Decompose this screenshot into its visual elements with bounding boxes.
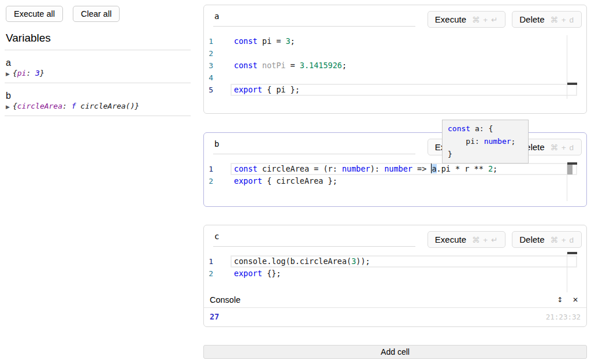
code-token: f bbox=[72, 102, 81, 110]
code-line[interactable]: 1const pi = 3; bbox=[204, 35, 586, 47]
code-token: { pi }; bbox=[262, 85, 300, 94]
code-token: pi = bbox=[262, 36, 286, 46]
code-token: number bbox=[342, 164, 370, 173]
code-line-content: console.log(b.circleArea(3)); bbox=[234, 255, 370, 268]
code-token: } bbox=[40, 69, 44, 77]
cell-title-input[interactable]: c bbox=[213, 230, 415, 247]
delete-label: Delete bbox=[519, 235, 544, 244]
code-token: const bbox=[234, 36, 262, 46]
tooltip-line: } bbox=[448, 148, 523, 161]
code-token: export bbox=[234, 85, 262, 94]
execute-all-button[interactable]: Execute all bbox=[6, 6, 63, 22]
divider bbox=[5, 50, 191, 50]
code-token: { circleArea }; bbox=[262, 176, 337, 185]
variables-list: a▶{pi: 3}b▶{circleArea: f circleArea()} bbox=[0, 58, 196, 116]
code-line[interactable]: 1const circleArea = (r: number): number … bbox=[204, 163, 586, 175]
code-editor[interactable]: 1const pi = 3;23const notPi = 3.1415926;… bbox=[204, 35, 586, 96]
code-line[interactable]: 3const notPi = 3.1415926; bbox=[204, 60, 586, 72]
code-line-content: export {}; bbox=[234, 268, 281, 280]
scrollbar-thumb[interactable] bbox=[567, 165, 573, 174]
code-line-content: export { pi }; bbox=[234, 84, 300, 96]
resize-console-icon[interactable]: ↕ bbox=[557, 296, 563, 304]
code-token: .pi * r ** bbox=[437, 164, 488, 173]
execute-cell-button[interactable]: Execute⌘ + ↵ bbox=[428, 231, 505, 248]
variable-value-preview: {pi: 3} bbox=[13, 69, 44, 77]
variables-sidebar: Execute all Clear all Variables a▶{pi: 3… bbox=[0, 0, 196, 116]
code-line-content: const notPi = 3.1415926; bbox=[234, 60, 347, 72]
cell-b: bExecute⌘ + ↵Delete⌘ + d1const circleAre… bbox=[203, 132, 587, 207]
code-token: : bbox=[62, 102, 72, 110]
line-number: 1 bbox=[204, 255, 213, 268]
console-output-value: 27 bbox=[210, 312, 219, 321]
code-token: } bbox=[135, 102, 139, 110]
code-token: export bbox=[234, 269, 262, 278]
tooltip-line: const a: { bbox=[448, 122, 523, 135]
line-number: 2 bbox=[204, 175, 213, 187]
code-line[interactable]: 2export {}; bbox=[204, 268, 586, 280]
cell-title-input[interactable]: b bbox=[213, 138, 415, 154]
code-line-content: export { circleArea }; bbox=[234, 175, 337, 187]
code-token: a: { bbox=[475, 124, 493, 133]
code-token: console.log(b.circleArea( bbox=[234, 257, 351, 266]
console-panel: Console↕✕2721:23:32 bbox=[204, 292, 586, 326]
line-number: 1 bbox=[204, 35, 213, 47]
overview-ruler bbox=[567, 35, 567, 99]
cell-header: aExecute⌘ + ↵Delete⌘ + d bbox=[204, 5, 586, 29]
code-line[interactable]: 2export { circleArea }; bbox=[204, 175, 586, 187]
code-token: ; bbox=[291, 36, 295, 46]
overview-ruler bbox=[567, 252, 567, 292]
cell-c: cExecute⌘ + ↵Delete⌘ + d1console.log(b.c… bbox=[203, 225, 587, 327]
line-number: 2 bbox=[204, 47, 213, 60]
variable-name: a bbox=[6, 58, 196, 68]
code-token: const bbox=[234, 164, 262, 173]
clear-all-button[interactable]: Clear all bbox=[73, 6, 120, 22]
code-line[interactable]: 5export { pi }; bbox=[204, 84, 586, 96]
code-editor[interactable]: 1const circleArea = (r: number): number … bbox=[204, 163, 586, 187]
variable-name: b bbox=[6, 91, 196, 101]
code-token: 3 bbox=[285, 36, 290, 46]
code-token: => bbox=[412, 164, 432, 173]
variable-entry: b▶{circleArea: f circleArea()} bbox=[0, 91, 196, 116]
console-timestamp: 21:23:32 bbox=[546, 313, 581, 321]
delete-cell-button[interactable]: Delete⌘ + d bbox=[512, 231, 582, 248]
delete-cell-button[interactable]: Delete⌘ + d bbox=[512, 11, 582, 28]
delete-shortcut-hint: ⌘ + d bbox=[551, 15, 574, 24]
add-cell-button[interactable]: Add cell bbox=[203, 345, 587, 359]
code-line[interactable]: 4 bbox=[204, 72, 586, 84]
line-number: 1 bbox=[204, 163, 213, 175]
expand-triangle-icon[interactable]: ▶ bbox=[6, 71, 10, 77]
line-number: 2 bbox=[204, 268, 213, 280]
code-token: ): bbox=[370, 164, 384, 173]
cell-title-input[interactable]: a bbox=[213, 10, 415, 27]
execute-label: Execute bbox=[435, 235, 466, 244]
code-line-content: const pi = 3; bbox=[234, 35, 295, 47]
delete-shortcut-hint: ⌘ + d bbox=[551, 143, 574, 152]
code-token: { bbox=[13, 102, 17, 110]
code-token: circleArea() bbox=[80, 102, 135, 110]
variable-preview: ▶{circleArea: f circleArea()} bbox=[6, 102, 196, 110]
code-editor[interactable]: 1console.log(b.circleArea(3));2export {}… bbox=[204, 255, 586, 280]
code-token: ; bbox=[493, 164, 497, 173]
close-console-icon[interactable]: ✕ bbox=[573, 296, 578, 304]
console-log-row: 2721:23:32 bbox=[204, 308, 586, 326]
code-token: : bbox=[26, 69, 35, 77]
code-line[interactable]: 2 bbox=[204, 47, 586, 60]
variable-preview: ▶{pi: 3} bbox=[6, 69, 196, 77]
variables-heading: Variables bbox=[6, 32, 196, 44]
code-token: number bbox=[384, 164, 412, 173]
code-token: } bbox=[448, 150, 452, 158]
sidebar-toolbar: Execute all Clear all bbox=[0, 0, 196, 22]
code-token: {}; bbox=[262, 269, 281, 278]
line-number: 3 bbox=[204, 60, 213, 72]
expand-triangle-icon[interactable]: ▶ bbox=[6, 104, 10, 110]
code-line-content: const circleArea = (r: number): number =… bbox=[234, 163, 497, 175]
code-line[interactable]: 1console.log(b.circleArea(3)); bbox=[204, 255, 586, 268]
code-token: const bbox=[448, 124, 475, 133]
line-number: 4 bbox=[204, 72, 213, 84]
code-token: circleArea = (r: bbox=[262, 164, 342, 173]
console-label: Console bbox=[210, 295, 240, 304]
type-hover-tooltip: const a: { pi: number;} bbox=[442, 120, 529, 164]
execute-cell-button[interactable]: Execute⌘ + ↵ bbox=[428, 11, 505, 28]
cell-actions: Execute⌘ + ↵Delete⌘ + d bbox=[428, 231, 582, 248]
code-token: { bbox=[13, 69, 17, 77]
